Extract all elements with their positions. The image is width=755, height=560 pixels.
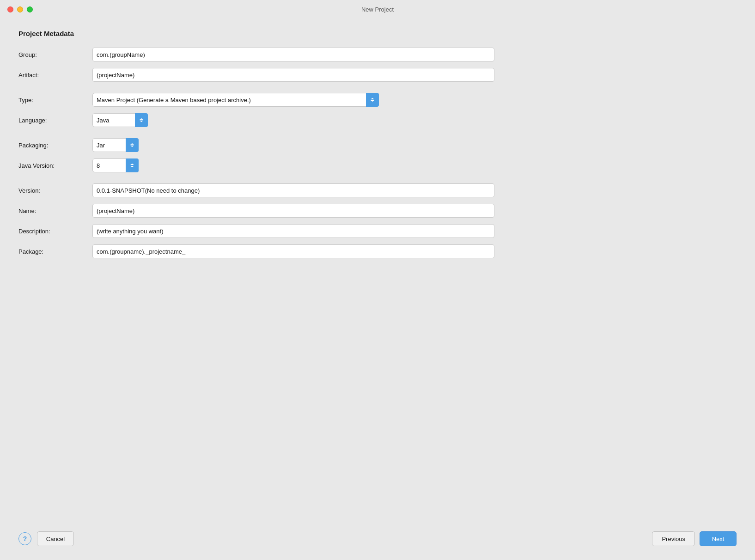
- help-button[interactable]: ?: [18, 532, 31, 545]
- cancel-button[interactable]: Cancel: [37, 531, 74, 546]
- group-input-wrap: [92, 48, 737, 61]
- window-controls: [7, 6, 33, 12]
- version-label: Version:: [18, 187, 92, 194]
- title-bar: New Project: [0, 0, 755, 18]
- group-row: Group:: [18, 48, 737, 61]
- minimize-button[interactable]: [17, 6, 23, 12]
- java-version-select[interactable]: 8 11 17 21: [92, 158, 139, 172]
- next-button[interactable]: Next: [700, 531, 737, 546]
- package-input-wrap: [92, 244, 737, 258]
- close-button[interactable]: [7, 6, 13, 12]
- description-input-wrap: [92, 224, 737, 238]
- footer-left: ? Cancel: [18, 531, 74, 546]
- name-row: Name:: [18, 204, 737, 218]
- version-input-wrap: [92, 183, 737, 197]
- name-label: Name:: [18, 207, 92, 214]
- artifact-input[interactable]: [92, 68, 494, 82]
- description-label: Description:: [18, 228, 92, 235]
- java-version-select-wrap: 8 11 17 21: [92, 158, 737, 172]
- package-input[interactable]: [92, 244, 494, 258]
- group-input[interactable]: [92, 48, 494, 61]
- group-label: Group:: [18, 51, 92, 58]
- footer: ? Cancel Previous Next: [0, 522, 755, 560]
- type-select-container: Maven Project (Generate a Maven based pr…: [92, 93, 379, 107]
- type-row: Type: Maven Project (Generate a Maven ba…: [18, 93, 737, 107]
- previous-button[interactable]: Previous: [652, 531, 695, 546]
- type-label: Type:: [18, 97, 92, 103]
- packaging-select[interactable]: Jar War: [92, 138, 139, 152]
- name-input[interactable]: [92, 204, 494, 218]
- dialog-body: Project Metadata Group: Artifact: Type: …: [0, 18, 755, 522]
- packaging-select-wrap: Jar War: [92, 138, 737, 152]
- java-version-row: Java Version: 8 11 17 21: [18, 158, 737, 172]
- artifact-input-wrap: [92, 68, 737, 82]
- package-row: Package:: [18, 244, 737, 258]
- version-row: Version:: [18, 183, 737, 197]
- description-input[interactable]: [92, 224, 494, 238]
- section-title: Project Metadata: [18, 30, 737, 37]
- name-input-wrap: [92, 204, 737, 218]
- java-version-label: Java Version:: [18, 162, 92, 169]
- window-title: New Project: [361, 6, 394, 13]
- type-select-wrap: Maven Project (Generate a Maven based pr…: [92, 93, 737, 107]
- description-row: Description:: [18, 224, 737, 238]
- language-select-wrap: Java Kotlin Groovy: [92, 113, 737, 127]
- language-label: Language:: [18, 117, 92, 124]
- packaging-row: Packaging: Jar War: [18, 138, 737, 152]
- packaging-select-container: Jar War: [92, 138, 139, 152]
- language-select[interactable]: Java Kotlin Groovy: [92, 113, 148, 127]
- package-label: Package:: [18, 248, 92, 255]
- artifact-label: Artifact:: [18, 72, 92, 79]
- footer-right: Previous Next: [652, 531, 737, 546]
- java-version-select-container: 8 11 17 21: [92, 158, 139, 172]
- artifact-row: Artifact:: [18, 68, 737, 82]
- maximize-button[interactable]: [27, 6, 33, 12]
- type-select[interactable]: Maven Project (Generate a Maven based pr…: [92, 93, 379, 107]
- packaging-label: Packaging:: [18, 142, 92, 149]
- version-input[interactable]: [92, 183, 494, 197]
- language-select-container: Java Kotlin Groovy: [92, 113, 148, 127]
- language-row: Language: Java Kotlin Groovy: [18, 113, 737, 127]
